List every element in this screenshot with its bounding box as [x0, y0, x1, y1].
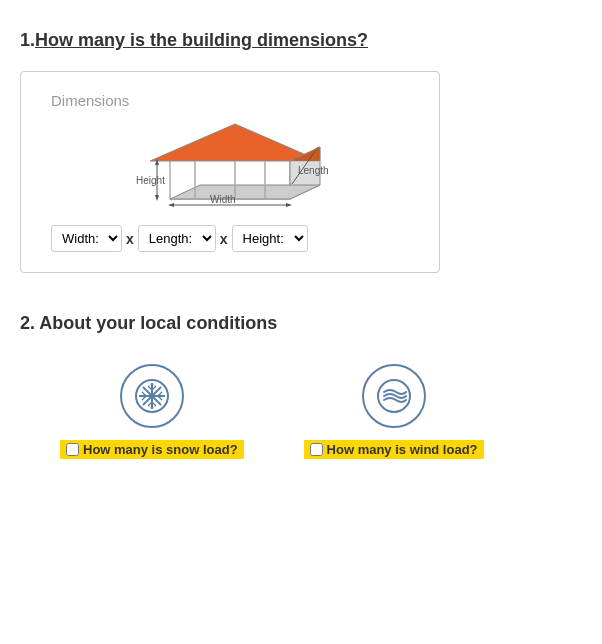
snow-icon-circle [120, 364, 184, 428]
section-2: 2. About your local conditions [20, 313, 582, 459]
snow-load-text: How many is snow load? [83, 442, 238, 457]
building-diagram: Height Width Length [51, 119, 419, 209]
width-select[interactable]: Width: 10 12 14 16 18 20 [51, 225, 122, 252]
wind-load-text: How many is wind load? [327, 442, 478, 457]
building-svg: Height Width Length [135, 119, 335, 209]
snowflake-icon [134, 378, 170, 414]
section-2-title: 2. About your local conditions [20, 313, 582, 334]
wind-load-item: How many is wind load? [304, 364, 484, 459]
x-separator-2: x [220, 231, 228, 247]
x-separator-1: x [126, 231, 134, 247]
svg-text:Height: Height [136, 175, 165, 186]
wind-load-checkbox[interactable] [310, 443, 323, 456]
svg-text:Length: Length [298, 165, 329, 176]
section-1-title-text: How many is the building dimensions? [35, 30, 368, 50]
svg-marker-14 [286, 203, 292, 207]
wind-icon [376, 378, 412, 414]
section-1-title: 1.How many is the building dimensions? [20, 30, 582, 51]
snow-load-item: How many is snow load? [60, 364, 244, 459]
dropdowns-row: Width: 10 12 14 16 18 20 x Length: 20 25… [51, 225, 419, 252]
height-select[interactable]: Height: 6 8 10 12 [232, 225, 308, 252]
wind-icon-circle [362, 364, 426, 428]
section-1: 1.How many is the building dimensions? D… [20, 30, 582, 273]
length-select[interactable]: Length: 20 25 30 35 40 50 [138, 225, 216, 252]
dimensions-box: Dimensions Heig [20, 71, 440, 273]
section-2-title-text: About your local conditions [39, 313, 277, 333]
snow-load-checkbox[interactable] [66, 443, 79, 456]
svg-marker-13 [168, 203, 174, 207]
snow-load-label[interactable]: How many is snow load? [60, 440, 244, 459]
svg-marker-0 [150, 124, 320, 161]
dimensions-label: Dimensions [51, 92, 419, 109]
svg-marker-10 [155, 195, 159, 201]
conditions-row: How many is snow load? How many is wind … [20, 364, 582, 459]
svg-text:Width: Width [210, 194, 236, 205]
wind-load-label[interactable]: How many is wind load? [304, 440, 484, 459]
